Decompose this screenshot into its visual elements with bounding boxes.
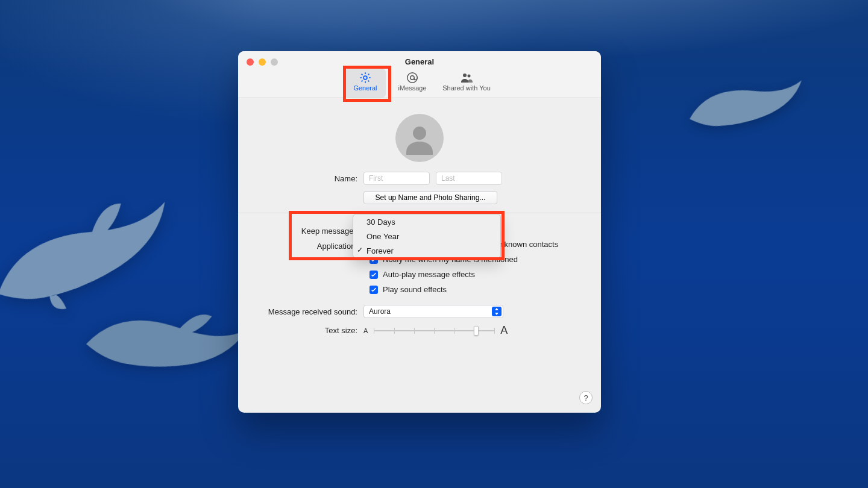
wallpaper-dolphin xyxy=(73,283,265,393)
checkbox-sound-effects[interactable]: Play sound effects xyxy=(370,285,590,294)
at-icon xyxy=(392,71,433,84)
svg-point-2 xyxy=(410,76,414,80)
avatar-placeholder[interactable] xyxy=(395,114,444,162)
toolbar-tabs: General iMessage Shared with You xyxy=(238,69,601,98)
help-button[interactable]: ? xyxy=(579,391,593,404)
help-glyph: ? xyxy=(583,393,588,402)
textsize-small-a: A xyxy=(363,327,368,334)
tab-general[interactable]: General xyxy=(345,69,386,98)
setup-name-photo-button[interactable]: Set up Name and Photo Sharing... xyxy=(363,191,497,204)
tab-shared-with-you[interactable]: Shared with You xyxy=(439,69,494,98)
application-label: Application: xyxy=(249,242,363,251)
textsize-label: Text size: xyxy=(249,326,363,335)
gear-icon xyxy=(345,71,386,84)
zoom-window-button[interactable] xyxy=(271,58,278,66)
people-icon xyxy=(439,71,494,84)
dropdown-option-forever[interactable]: ✓ Forever xyxy=(353,243,500,258)
tab-imessage[interactable]: iMessage xyxy=(392,69,433,98)
dropdown-option-label: 30 Days xyxy=(366,217,395,227)
keep-messages-label: Keep messages xyxy=(249,227,363,236)
titlebar: General General iMessage Shared with You xyxy=(238,51,601,98)
keep-messages-dropdown: 30 Days One Year ✓ Forever xyxy=(353,214,501,258)
dropdown-option-label: Forever xyxy=(366,246,394,255)
svg-point-3 xyxy=(463,74,467,77)
tab-label: General xyxy=(345,84,386,92)
textsize-slider[interactable] xyxy=(374,325,494,337)
first-name-input[interactable] xyxy=(363,172,430,185)
checkbox-icon xyxy=(370,286,378,294)
tab-label: Shared with You xyxy=(439,84,494,92)
name-label: Name: xyxy=(249,174,363,183)
sound-select[interactable]: Aurora xyxy=(363,305,503,318)
wallpaper-dolphin xyxy=(676,54,820,145)
window-title: General xyxy=(238,51,601,66)
svg-point-5 xyxy=(413,127,426,140)
dropdown-option-30-days[interactable]: 30 Days xyxy=(353,214,500,229)
window-controls xyxy=(247,58,278,66)
tab-label: iMessage xyxy=(392,84,433,92)
svg-point-4 xyxy=(468,75,471,78)
section-divider xyxy=(238,213,601,213)
check-icon: ✓ xyxy=(357,246,363,254)
textsize-big-a: A xyxy=(500,324,508,337)
minimize-window-button[interactable] xyxy=(259,58,266,66)
updown-icon xyxy=(492,307,502,316)
checkbox-label: Auto-play message effects xyxy=(383,270,475,279)
svg-point-1 xyxy=(407,73,418,83)
last-name-input[interactable] xyxy=(436,172,502,185)
svg-point-0 xyxy=(363,76,367,80)
close-window-button[interactable] xyxy=(247,58,254,66)
preferences-window: General General iMessage Shared with You xyxy=(238,51,601,413)
sound-value: Aurora xyxy=(369,307,391,316)
checkbox-icon xyxy=(370,271,378,279)
dropdown-option-label: One Year xyxy=(366,232,399,241)
checkbox-autoplay-effects[interactable]: Auto-play message effects xyxy=(370,270,590,279)
checkbox-label: Play sound effects xyxy=(383,285,447,294)
dropdown-option-one-year[interactable]: One Year xyxy=(353,229,500,243)
sound-label: Message received sound: xyxy=(249,307,363,316)
